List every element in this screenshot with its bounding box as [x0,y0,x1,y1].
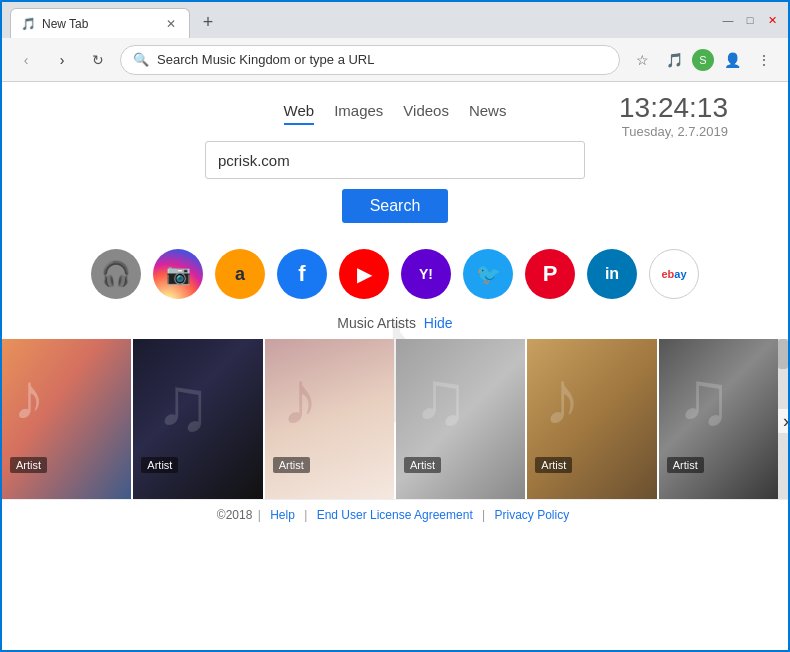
new-tab-button[interactable]: + [194,8,222,36]
quick-link-headphones[interactable]: 🎧 [91,249,141,299]
search-tabs: Web Images Videos News [284,102,507,125]
maximize-button[interactable]: □ [742,12,758,28]
tab-news[interactable]: News [469,102,507,125]
quick-link-pinterest[interactable]: P [525,249,575,299]
title-bar: 🎵 New Tab ✕ + — □ ✕ [2,2,788,38]
nav-bar: ‹ › ↻ 🔍 Search Music Kingdom or type a U… [2,38,788,82]
artist-label-5: Artist [667,457,704,473]
search-input-container: Search [2,141,788,223]
svg-text:♪: ♪ [543,356,581,440]
footer-eula-link[interactable]: End User License Agreement [317,508,473,522]
tab-videos[interactable]: Videos [403,102,449,125]
quick-link-ebay[interactable]: ebay [649,249,699,299]
footer-sep-0: | [258,508,264,522]
forward-button[interactable]: › [48,46,76,74]
search-input[interactable] [205,141,585,179]
quick-link-linkedin[interactable]: in [587,249,637,299]
artists-hide-link[interactable]: Hide [424,315,453,331]
scroll-thumb[interactable] [778,339,788,369]
close-button[interactable]: ✕ [764,12,780,28]
window-controls: — □ ✕ [720,12,780,28]
artist-card-1[interactable]: ♫ Artist DRAKE [133,339,262,499]
artist-card-5[interactable]: ♫ Artist ED SHE… › [659,339,788,499]
artist-label-4: Artist [535,457,572,473]
artist-card-3[interactable]: ♫ Artist NIRVANA [396,339,525,499]
quick-links: 🎧 📷 a f ▶ Y! 🐦 P in ebay [2,233,788,309]
security-icon: S [692,49,714,71]
artist-label-0: Artist [10,457,47,473]
refresh-button[interactable]: ↻ [84,46,112,74]
svg-text:♫: ♫ [412,356,469,440]
quick-link-amazon[interactable]: a [215,249,265,299]
tab-web[interactable]: Web [284,102,315,125]
quick-link-youtube[interactable]: ▶ [339,249,389,299]
address-text: Search Music Kingdom or type a URL [157,52,607,67]
artists-grid: ♪ Artist HARRIS ♫ Artist DRAK [2,339,788,499]
quick-link-yahoo[interactable]: Y! [401,249,451,299]
music-ext-button[interactable]: 🎵 [660,46,688,74]
artists-section: Music Artists Hide [2,309,788,499]
bookmark-button[interactable]: ☆ [628,46,656,74]
footer-privacy-link[interactable]: Privacy Policy [495,508,570,522]
svg-text:♪: ♪ [281,356,319,440]
footer-help-link[interactable]: Help [270,508,295,522]
artists-label: Music Artists [337,315,416,331]
quick-link-instagram[interactable]: 📷 [153,249,203,299]
footer-sep-2: | [482,508,488,522]
nav-actions: ☆ 🎵 S 👤 ⋮ [628,46,778,74]
minimize-button[interactable]: — [720,12,736,28]
footer-sep-1: | [304,508,310,522]
artist-label-3: Artist [404,457,441,473]
svg-text:♫: ♫ [675,356,732,440]
back-button[interactable]: ‹ [12,46,40,74]
artists-header: Music Artists Hide [2,315,788,331]
page-footer: ©2018 | Help | End User License Agreemen… [2,499,788,530]
browser-window: 🎵 New Tab ✕ + — □ ✕ ‹ › ↻ 🔍 Search Music… [0,0,790,652]
address-bar[interactable]: 🔍 Search Music Kingdom or type a URL [120,45,620,75]
svg-text:♪: ♪ [13,360,45,433]
quick-link-twitter[interactable]: 🐦 [463,249,513,299]
quick-link-facebook[interactable]: f [277,249,327,299]
search-icon: 🔍 [133,52,149,67]
tab-close-button[interactable]: ✕ [163,16,179,32]
search-button[interactable]: Search [342,189,449,223]
artist-label-1: Artist [141,457,178,473]
tab-title: New Tab [42,17,157,31]
tab-area: 🎵 New Tab ✕ + [10,2,714,38]
artist-card-2[interactable]: ♪ Artist SELENA GOMEZ [265,339,394,499]
artist-card-4[interactable]: ♪ Artist RED HOT CHILI [527,339,656,499]
page-content: ♪ 13:24:13 Tuesday, 2.7.2019 Web Images … [2,82,788,650]
artist-label-2: Artist [273,457,310,473]
svg-text:♫: ♫ [155,362,212,446]
artist-card-0[interactable]: ♪ Artist HARRIS [2,339,131,499]
tab-images[interactable]: Images [334,102,383,125]
active-tab[interactable]: 🎵 New Tab ✕ [10,8,190,38]
footer-copyright: ©2018 [217,508,253,522]
search-section: Web Images Videos News Search [2,82,788,233]
menu-button[interactable]: ⋮ [750,46,778,74]
profile-button[interactable]: 👤 [718,46,746,74]
